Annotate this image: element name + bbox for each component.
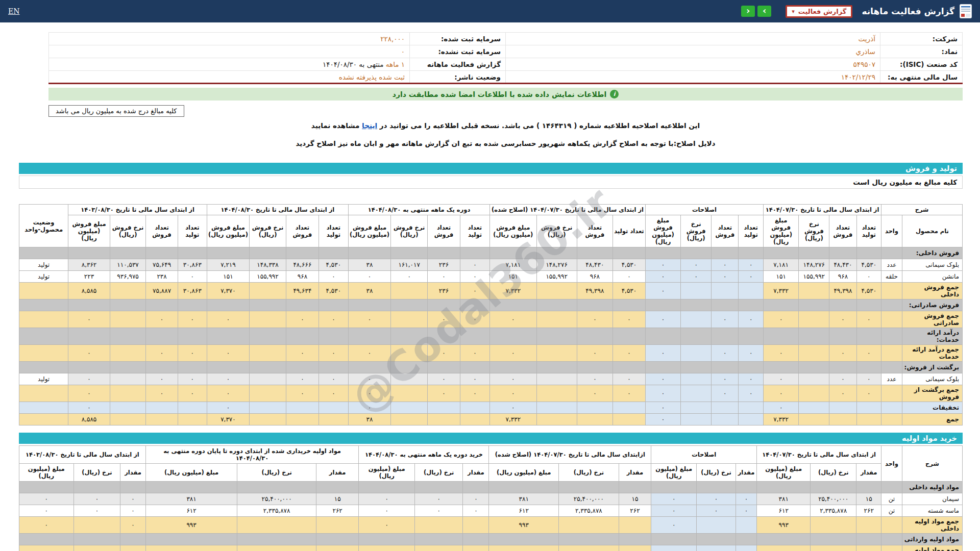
value-cell: ۰ xyxy=(490,311,536,328)
value-cell xyxy=(856,517,881,534)
value-cell xyxy=(146,247,178,259)
value-cell xyxy=(799,362,829,373)
previous-version-link[interactable]: اینجا xyxy=(362,121,377,130)
value-cell xyxy=(856,545,881,551)
value-cell: ۰ xyxy=(577,311,612,328)
value-cell: ۰ xyxy=(68,373,110,385)
info-value: ساذري xyxy=(506,45,880,58)
value-cell: ۱۵ xyxy=(619,493,651,505)
value-cell xyxy=(250,247,286,259)
value-cell xyxy=(145,482,237,493)
table-row: ماسه شستهتن۲۶۲۲,۳۳۵,۸۷۸۶۱۲۰۰۰۲۶۲۲,۳۳۵,۸۷… xyxy=(19,505,963,517)
value-cell xyxy=(414,534,462,545)
header-cell: تعداد فروش xyxy=(577,215,612,247)
value-cell xyxy=(237,517,316,534)
value-cell xyxy=(681,414,712,425)
value-cell: ۰ xyxy=(645,414,680,425)
header-cell: تعداد تولید xyxy=(612,215,645,247)
value-cell xyxy=(577,299,612,311)
info-value: ۵۴۹۵۰۷ xyxy=(506,58,880,71)
value-cell xyxy=(316,545,359,551)
value-cell: ۰ xyxy=(359,505,415,517)
info-row: سال مالی منتهی به:۱۴۰۲/۱۲/۲۹وضعیت ناشر:ث… xyxy=(49,71,963,84)
value-cell: ۹۳۶,۹۷۵ xyxy=(110,271,146,283)
value-cell xyxy=(316,534,359,545)
header-cell: مبلغ (میلیون ریال) xyxy=(145,464,237,482)
value-cell: ۰ xyxy=(318,271,348,283)
header-cell: نرخ فروش (ریال) xyxy=(250,215,286,247)
value-cell: ۰ xyxy=(460,385,489,402)
value-cell xyxy=(536,385,577,402)
value-cell xyxy=(739,414,764,425)
status-cell xyxy=(19,385,68,402)
value-cell xyxy=(348,299,390,311)
value-cell: ۰ xyxy=(460,311,489,328)
value-cell: ۰ xyxy=(146,385,178,402)
value-cell: ۲۵,۴۰۰,۰۰۰ xyxy=(811,493,856,505)
value-cell xyxy=(146,402,178,414)
value-cell xyxy=(414,517,462,534)
language-toggle-en[interactable]: EN xyxy=(8,7,19,15)
value-cell xyxy=(536,311,577,328)
value-cell xyxy=(428,299,460,311)
table-row: جمع۷,۳۳۲۰۷,۳۳۲۳۸۷,۳۷۰۸,۵۸۵ xyxy=(19,414,963,425)
header-cell: تعداد تولید xyxy=(318,215,348,247)
value-cell: ۸,۳۶۲ xyxy=(68,259,110,271)
value-cell xyxy=(681,345,712,362)
value-cell xyxy=(146,299,178,311)
header-cell: نرخ (ریال) xyxy=(811,464,856,482)
value-cell xyxy=(460,362,489,373)
value-cell: ۰ xyxy=(856,373,881,385)
info-row: کد صنعت (ISIC):۵۴۹۵۰۷گزارش فعالیت ماهانه… xyxy=(49,58,963,71)
value-cell xyxy=(489,482,559,493)
next-report-button[interactable]: › xyxy=(757,6,771,17)
value-cell xyxy=(250,373,286,385)
header-cell: شرح xyxy=(881,205,963,215)
unit-cell: عدد xyxy=(881,373,902,385)
table-row: برگشت از فروش: xyxy=(19,362,963,373)
previous-report-button[interactable]: ‹ xyxy=(741,6,755,17)
value-cell xyxy=(74,517,120,534)
value-cell xyxy=(799,402,829,414)
value-cell: ۰ xyxy=(490,385,536,402)
company-info-table: شرکت:آذریتسرمایه ثبت شده:۲۲۸,۰۰۰نماد:ساذ… xyxy=(48,32,963,84)
value-cell: ۱۵۱ xyxy=(764,271,799,283)
value-cell: ۰ xyxy=(178,311,207,328)
report-type-dropdown[interactable]: گزارش فعالیت ▾ xyxy=(786,5,852,18)
value-cell xyxy=(428,402,460,414)
header-cell: نرخ (ریال) xyxy=(414,464,462,482)
value-cell xyxy=(799,299,829,311)
unit-cell xyxy=(881,517,902,534)
value-cell xyxy=(391,299,428,311)
value-cell: ۰ xyxy=(490,373,536,385)
value-cell: ۰ xyxy=(460,345,489,362)
value-cell xyxy=(811,517,856,534)
value-cell: ۹۹۳ xyxy=(757,517,811,534)
value-cell: ۲,۳۳۵,۸۷۸ xyxy=(811,505,856,517)
value-cell xyxy=(764,247,799,259)
row-label-cell: تخفیفات xyxy=(902,402,962,414)
unit-cell xyxy=(881,414,902,425)
value-cell xyxy=(856,247,881,259)
header-cell: نام محصول xyxy=(902,215,962,247)
value-cell xyxy=(811,482,856,493)
value-cell xyxy=(697,517,736,534)
value-cell xyxy=(359,482,415,493)
value-cell xyxy=(391,402,428,414)
value-cell: ۴,۵۳۰ xyxy=(318,283,348,299)
value-cell xyxy=(681,362,712,373)
value-cell xyxy=(712,299,739,311)
value-cell: ۰ xyxy=(764,311,799,328)
value-cell: ۰ xyxy=(712,271,739,283)
header-cell: تعداد فروش xyxy=(428,215,460,247)
value-cell: ۶۱۲ xyxy=(489,505,559,517)
unit-cell: عدد xyxy=(881,259,902,271)
value-cell xyxy=(829,414,856,425)
header-cell: مبلغ (میلیون ریال) xyxy=(19,464,74,482)
value-cell xyxy=(207,247,249,259)
value-cell: ۰ xyxy=(577,373,612,385)
status-cell: تولید xyxy=(19,259,68,271)
value-cell xyxy=(829,328,856,345)
signed-info-banner: i اطلاعات نمایش داده شده با اطلاعات امضا… xyxy=(48,88,963,101)
header-cell: مبلغ فروش (میلیون ریال) xyxy=(645,215,680,247)
